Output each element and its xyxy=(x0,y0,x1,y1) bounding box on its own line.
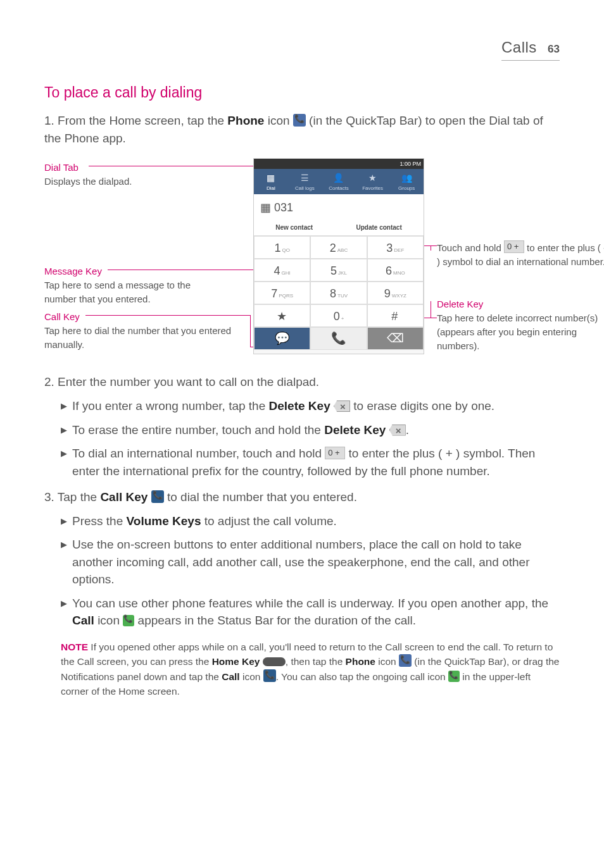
note-label: NOTE xyxy=(61,642,88,652)
status-bar: 1:00 PM xyxy=(254,159,424,169)
phone-icon xyxy=(293,114,306,127)
step1-text-b: icon xyxy=(264,114,293,127)
bullet-text: Press the Volume Keys to adjust the call… xyxy=(72,512,337,530)
page-number: 63 xyxy=(548,43,560,55)
tab-contacts[interactable]: 👤Contacts xyxy=(322,169,356,194)
callout-title: Call Key xyxy=(44,310,234,324)
callout-title: Dial Tab xyxy=(44,161,209,175)
page-header: Calls 63 xyxy=(501,37,560,61)
callout-message-key: Message Key Tap here to send a message t… xyxy=(44,264,222,306)
phone-icon xyxy=(399,654,412,667)
bullet-text: If you enter a wrong number, tap the Del… xyxy=(72,397,494,415)
note: NOTE If you opened other apps while on a… xyxy=(61,640,560,698)
bullet-icon: ▶ xyxy=(61,448,67,480)
key-0[interactable]: 0+ xyxy=(310,304,367,327)
bullet-icon: ▶ xyxy=(61,516,67,530)
phone-label: Phone xyxy=(227,114,264,127)
callout-title: Delete Key xyxy=(437,297,604,311)
home-key-icon xyxy=(263,657,286,666)
delete-key-icon xyxy=(334,400,350,412)
step1-text-a: 1. From the Home screen, tap the xyxy=(44,114,227,127)
key-5[interactable]: 5JKL xyxy=(310,259,367,282)
key-9[interactable]: 9WXYZ xyxy=(367,282,424,304)
step-2: 2. Enter the number you want to call on … xyxy=(44,373,560,391)
callout-title: Message Key xyxy=(44,264,222,278)
callout-call-key: Call Key Tap here to dial the number tha… xyxy=(44,310,234,351)
call-key-icon xyxy=(151,490,164,503)
section-title: Calls xyxy=(501,39,537,56)
key-hash[interactable]: # xyxy=(367,304,424,327)
step-3: 3. Tap the Call Key to dial the number t… xyxy=(44,488,560,506)
message-button[interactable]: 💬 xyxy=(254,327,310,350)
callout-body: Tap here to send a message to the number… xyxy=(44,278,222,306)
new-contact-button[interactable]: New contact xyxy=(275,223,313,233)
bullet-text: Use the on-screen buttons to enter addit… xyxy=(72,536,560,588)
callout-dial-tab: Dial Tab Displays the dialpad. xyxy=(44,161,209,189)
update-contact-button[interactable]: Update contact xyxy=(356,223,402,233)
callout-body: Tap here to dial the number that you ent… xyxy=(44,324,234,352)
bullet-icon: ▶ xyxy=(61,598,67,629)
key-7[interactable]: 7PQRS xyxy=(254,282,310,304)
zero-key-icon xyxy=(325,447,345,459)
ongoing-call-icon xyxy=(448,671,460,682)
callout-body: Tap here to delete incorrect number(s) (… xyxy=(437,311,604,352)
callout-body: Displays the dialpad. xyxy=(44,175,209,189)
bullet-icon: ▶ xyxy=(61,425,67,439)
tab-call-logs[interactable]: ☰Call logs xyxy=(288,169,322,194)
key-8[interactable]: 8TUV xyxy=(310,282,367,304)
bullet-text: To dial an international number, touch a… xyxy=(72,445,560,480)
zero-key-icon xyxy=(504,240,524,253)
key-3[interactable]: 3DEF xyxy=(367,236,424,259)
bullet-icon: ▶ xyxy=(61,539,67,588)
call-icon xyxy=(263,669,276,682)
tab-groups[interactable]: 👥Groups xyxy=(389,169,424,194)
callout-delete-key: Delete Key Tap here to delete incorrect … xyxy=(437,297,604,352)
call-status-icon xyxy=(123,615,134,626)
key-6[interactable]: 6MNO xyxy=(367,259,424,282)
bullet-text: To erase the entire number, touch and ho… xyxy=(72,421,409,439)
bullet-icon: ▶ xyxy=(61,400,67,415)
diagram: Dial Tab Displays the dialpad. Message K… xyxy=(44,158,560,361)
number-display: ▦ 031 xyxy=(254,194,424,221)
dialpad: 1QO 2ABC 3DEF 4GHI 5JKL 6MNO 7PQRS 8TUV … xyxy=(254,236,424,327)
delete-button[interactable]: ⌫ xyxy=(367,327,424,350)
tab-row: ▦Dial ☰Call logs 👤Contacts ★Favorites 👥G… xyxy=(254,169,424,194)
dialer-screenshot: 1:00 PM ▦Dial ☰Call logs 👤Contacts ★Favo… xyxy=(253,158,424,354)
callout-zero-hold: Touch and hold to enter the plus ( + ) s… xyxy=(437,240,604,269)
step-1: 1. From the Home screen, tap the Phone i… xyxy=(44,112,560,147)
delete-key-icon xyxy=(389,425,406,436)
tab-dial[interactable]: ▦Dial xyxy=(254,169,288,194)
tab-favorites[interactable]: ★Favorites xyxy=(356,169,390,194)
callout-body: Touch and hold xyxy=(437,242,504,253)
key-4[interactable]: 4GHI xyxy=(254,259,310,282)
subheading: To place a call by dialing xyxy=(44,82,560,103)
key-2[interactable]: 2ABC xyxy=(310,236,367,259)
key-1[interactable]: 1QO xyxy=(254,236,310,259)
call-button[interactable]: 📞 xyxy=(310,327,367,350)
bullet-text: You can use other phone features while t… xyxy=(72,595,560,629)
key-star[interactable]: ★ xyxy=(254,304,310,327)
